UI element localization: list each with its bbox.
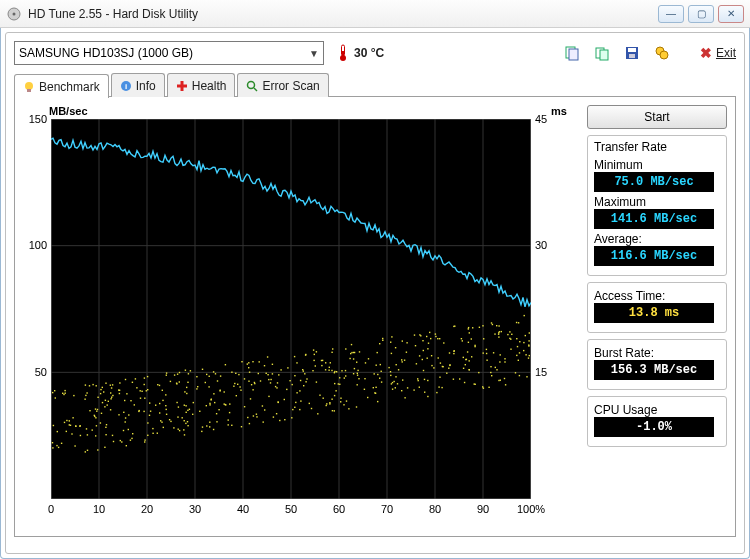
avg-value: 116.6 MB/sec (594, 246, 714, 266)
drive-select[interactable]: SAMSUNG HD103SJ (1000 GB) ▼ (14, 41, 324, 65)
x-tick: 20 (141, 503, 153, 515)
access-time-group: Access Time: 13.8 ms (587, 282, 727, 333)
burst-value: 156.3 MB/sec (594, 360, 714, 380)
burst-label: Burst Rate: (594, 346, 720, 360)
close-button[interactable]: ✕ (718, 5, 744, 23)
group-title: Transfer Rate (594, 140, 720, 154)
info-icon: i (120, 80, 132, 92)
start-button[interactable]: Start (587, 105, 727, 129)
x-tick: 30 (189, 503, 201, 515)
lightbulb-icon (23, 81, 35, 93)
x-tick: 80 (429, 503, 441, 515)
svg-rect-6 (569, 49, 578, 60)
title-bar: HD Tune 2.55 - Hard Disk Utility — ▢ ✕ (0, 0, 750, 28)
max-value: 141.6 MB/sec (594, 209, 714, 229)
tab-content-benchmark: MB/sec ms 150 100 50 45 30 15 0102030405… (14, 97, 736, 537)
svg-rect-10 (628, 48, 636, 52)
cpu-value: -1.0% (594, 417, 714, 437)
tab-label: Info (136, 79, 156, 93)
tab-label: Error Scan (262, 79, 319, 93)
tab-benchmark[interactable]: Benchmark (14, 74, 109, 98)
minimize-button[interactable]: — (658, 5, 684, 23)
access-label: Access Time: (594, 289, 720, 303)
exit-label: Exit (716, 46, 736, 60)
drive-select-value: SAMSUNG HD103SJ (1000 GB) (19, 46, 193, 60)
y-right-tick: 45 (535, 113, 559, 125)
temperature-display: 30 °C (338, 44, 384, 62)
svg-point-20 (248, 81, 255, 88)
y-right-tick: 30 (535, 239, 559, 251)
svg-line-21 (254, 88, 257, 91)
window-frame: SAMSUNG HD103SJ (1000 GB) ▼ 30 °C ✖ Exit… (0, 28, 750, 559)
tab-error-scan[interactable]: Error Scan (237, 73, 328, 97)
magnifier-icon (246, 80, 258, 92)
x-tick: 70 (381, 503, 393, 515)
svg-rect-11 (629, 54, 635, 58)
y-left-unit: MB/sec (49, 105, 88, 117)
avg-label: Average: (594, 232, 720, 246)
transfer-rate-line (51, 119, 531, 499)
tab-label: Benchmark (39, 80, 100, 94)
tab-label: Health (192, 79, 227, 93)
cpu-usage-group: CPU Usage -1.0% (587, 396, 727, 447)
app-icon (6, 6, 22, 22)
tab-bar: Benchmark i Info Health Error Scan (14, 73, 736, 97)
x-tick: 10 (93, 503, 105, 515)
chart-area: MB/sec ms 150 100 50 45 30 15 0102030405… (21, 105, 579, 528)
svg-text:i: i (125, 82, 127, 91)
x-tick: 100% (517, 503, 545, 515)
access-value: 13.8 ms (594, 303, 714, 323)
tab-info[interactable]: i Info (111, 73, 165, 97)
tab-health[interactable]: Health (167, 73, 236, 97)
burst-rate-group: Burst Rate: 156.3 MB/sec (587, 339, 727, 390)
x-tick: 40 (237, 503, 249, 515)
save-button[interactable] (622, 43, 642, 63)
options-button[interactable] (652, 43, 672, 63)
svg-rect-8 (600, 50, 608, 60)
svg-rect-4 (342, 51, 344, 57)
toolbar: SAMSUNG HD103SJ (1000 GB) ▼ 30 °C ✖ Exit (14, 39, 736, 67)
x-tick: 60 (333, 503, 345, 515)
thermometer-icon (338, 44, 348, 62)
max-label: Maximum (594, 195, 720, 209)
y-left-tick: 50 (21, 366, 47, 378)
svg-point-13 (660, 51, 668, 59)
transfer-rate-group: Transfer Rate Minimum 75.0 MB/sec Maximu… (587, 135, 727, 276)
copy-screenshot-button[interactable] (592, 43, 612, 63)
maximize-button[interactable]: ▢ (688, 5, 714, 23)
chevron-down-icon: ▼ (309, 48, 319, 59)
temperature-value: 30 °C (354, 46, 384, 60)
svg-rect-15 (27, 89, 31, 92)
svg-rect-19 (177, 84, 187, 87)
exit-button[interactable]: ✖ Exit (700, 45, 736, 61)
y-left-tick: 150 (21, 113, 47, 125)
results-panel: Start Transfer Rate Minimum 75.0 MB/sec … (587, 105, 727, 528)
min-value: 75.0 MB/sec (594, 172, 714, 192)
cpu-label: CPU Usage (594, 403, 720, 417)
x-tick: 50 (285, 503, 297, 515)
svg-point-1 (13, 12, 16, 15)
y-left-tick: 100 (21, 239, 47, 251)
y-right-tick: 15 (535, 366, 559, 378)
start-label: Start (644, 110, 669, 124)
toolbar-buttons (562, 43, 672, 63)
main-panel: SAMSUNG HD103SJ (1000 GB) ▼ 30 °C ✖ Exit… (5, 32, 745, 554)
window-title: HD Tune 2.55 - Hard Disk Utility (28, 7, 658, 21)
benchmark-plot (51, 119, 531, 499)
copy-text-button[interactable] (562, 43, 582, 63)
min-label: Minimum (594, 158, 720, 172)
x-tick: 90 (477, 503, 489, 515)
x-tick: 0 (48, 503, 54, 515)
svg-point-14 (25, 82, 33, 90)
close-icon: ✖ (700, 45, 712, 61)
plus-icon (176, 80, 188, 92)
